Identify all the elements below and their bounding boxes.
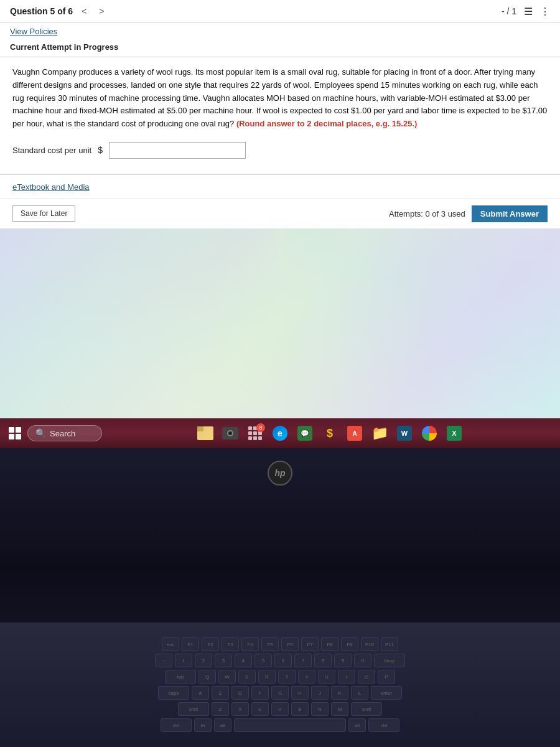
keyboard-row-4: caps A S D F G H J K L enter (158, 686, 402, 700)
dollar-sign-label: $ (98, 145, 103, 155)
key-ctrl[interactable]: ctrl (161, 718, 192, 732)
key[interactable]: F7 (301, 637, 319, 651)
key[interactable]: ~ (155, 654, 172, 667)
adobe-icon: A (347, 426, 362, 441)
key[interactable]: J (311, 686, 329, 700)
key[interactable]: F (251, 686, 269, 700)
key[interactable]: esc (162, 637, 179, 651)
key[interactable]: fn (194, 718, 212, 732)
key[interactable]: H (291, 686, 309, 700)
word-icon: W (397, 426, 412, 441)
start-button[interactable] (5, 423, 25, 443)
key[interactable]: F2 (202, 637, 219, 651)
key[interactable]: 2 (195, 654, 212, 667)
key-alt-right[interactable]: alt (348, 718, 366, 732)
taskbar-app-adobe[interactable]: A (343, 422, 366, 444)
key[interactable]: 4 (235, 654, 252, 667)
key[interactable]: 0 (354, 654, 371, 667)
key[interactable]: Z (212, 702, 229, 716)
keyboard-row-3: tab Q W E R T Y U I O P (165, 670, 395, 684)
answer-label: Standard cost per unit (12, 146, 91, 155)
question-body: Vaughn Company produces a variety of woo… (0, 57, 560, 174)
key[interactable]: V (271, 702, 289, 716)
search-label: Search (50, 429, 75, 438)
key[interactable]: I (338, 670, 355, 684)
taskbar-app-file-explorer[interactable] (194, 422, 217, 444)
page-indicator: - / 1 (502, 6, 516, 16)
key-alt[interactable]: alt (214, 718, 231, 732)
taskbar-app-camera[interactable] (219, 422, 241, 444)
submit-answer-button[interactable]: Submit Answer (472, 205, 548, 222)
key[interactable]: 1 (175, 654, 192, 667)
etextbook-link[interactable]: eTextbook and Media (12, 182, 90, 192)
key-shift-left[interactable]: shift (178, 702, 209, 716)
taskbar-app-edge[interactable]: e (269, 422, 291, 444)
key[interactable]: F6 (281, 637, 299, 651)
laptop-keyboard-area: esc F1 F2 F3 F4 F5 F6 F7 F8 F9 F10 F11 ~… (0, 622, 560, 747)
key[interactable]: R (258, 670, 276, 684)
next-arrow[interactable]: > (95, 5, 108, 17)
key[interactable]: Q (198, 670, 216, 684)
search-bar[interactable]: 🔍 Search (27, 425, 102, 441)
key[interactable]: F3 (222, 637, 239, 651)
dots-icon[interactable]: ⋮ (540, 6, 550, 17)
question-header: Question 5 of 6 < > - / 1 ☰ ⋮ (0, 0, 560, 23)
key-shift-right[interactable]: shift (351, 702, 382, 716)
key[interactable]: W (218, 670, 236, 684)
hp-logo-area: hp (0, 448, 560, 486)
key[interactable]: F10 (361, 637, 378, 651)
key[interactable]: 8 (314, 654, 332, 667)
key-spacebar[interactable] (234, 718, 346, 732)
key[interactable]: M (331, 702, 348, 716)
keyboard-row-2: ~ 1 2 3 4 5 6 7 8 9 0 bksp (155, 654, 405, 667)
key[interactable]: E (238, 670, 256, 684)
taskbar-app-chrome[interactable] (418, 422, 441, 444)
key[interactable]: G (271, 686, 289, 700)
key[interactable]: S (212, 686, 229, 700)
key[interactable]: 3 (215, 654, 232, 667)
standard-cost-input[interactable] (109, 142, 246, 159)
keyboard-row-1: esc F1 F2 F3 F4 F5 F6 F7 F8 F9 F10 F11 (162, 637, 398, 651)
key[interactable]: F4 (241, 637, 259, 651)
taskbar-app-grid[interactable]: 8 (244, 422, 266, 444)
key[interactable]: N (311, 702, 329, 716)
key[interactable]: Y (298, 670, 315, 684)
list-icon[interactable]: ☰ (524, 6, 533, 17)
key[interactable]: K (331, 686, 348, 700)
key[interactable]: F9 (341, 637, 358, 651)
key-tab[interactable]: tab (165, 670, 196, 684)
key[interactable]: X (231, 702, 249, 716)
key-backspace[interactable]: bksp (374, 654, 405, 667)
key-ctrl-right[interactable]: ctrl (368, 718, 399, 732)
key[interactable]: 6 (274, 654, 292, 667)
key[interactable]: F11 (381, 637, 398, 651)
taskbar-app-excel[interactable]: X (443, 422, 465, 444)
view-policies-link[interactable]: View Policies (0, 23, 560, 40)
key[interactable]: U (318, 670, 335, 684)
key-caps[interactable]: caps (158, 686, 189, 700)
key-enter[interactable]: enter (371, 686, 402, 700)
prev-arrow[interactable]: < (78, 5, 90, 17)
taskbar-app-word[interactable]: W (393, 422, 416, 444)
key[interactable]: 9 (334, 654, 352, 667)
key[interactable]: T (278, 670, 296, 684)
key[interactable]: D (231, 686, 249, 700)
key[interactable]: 5 (254, 654, 272, 667)
key[interactable]: 7 (294, 654, 312, 667)
key[interactable]: B (291, 702, 309, 716)
taskbar: 🔍 Search 8 (0, 418, 560, 448)
save-later-button[interactable]: Save for Later (12, 205, 75, 222)
key[interactable]: A (192, 686, 209, 700)
key[interactable]: P (378, 670, 395, 684)
taskbar-app-folder[interactable]: 📁 (368, 422, 391, 444)
key[interactable]: F1 (182, 637, 199, 651)
key[interactable]: O (358, 670, 375, 684)
key[interactable]: F5 (261, 637, 279, 651)
taskbar-app-dollar[interactable]: $ (319, 422, 341, 444)
key[interactable]: F8 (321, 637, 338, 651)
taskbar-app-chat[interactable]: 💬 (294, 422, 316, 444)
key[interactable]: L (351, 686, 368, 700)
keyboard-row-5: shift Z X C V B N M shift (178, 702, 382, 716)
key[interactable]: C (251, 702, 269, 716)
attempts-section: Attempts: 0 of 3 used Submit Answer (389, 205, 548, 222)
